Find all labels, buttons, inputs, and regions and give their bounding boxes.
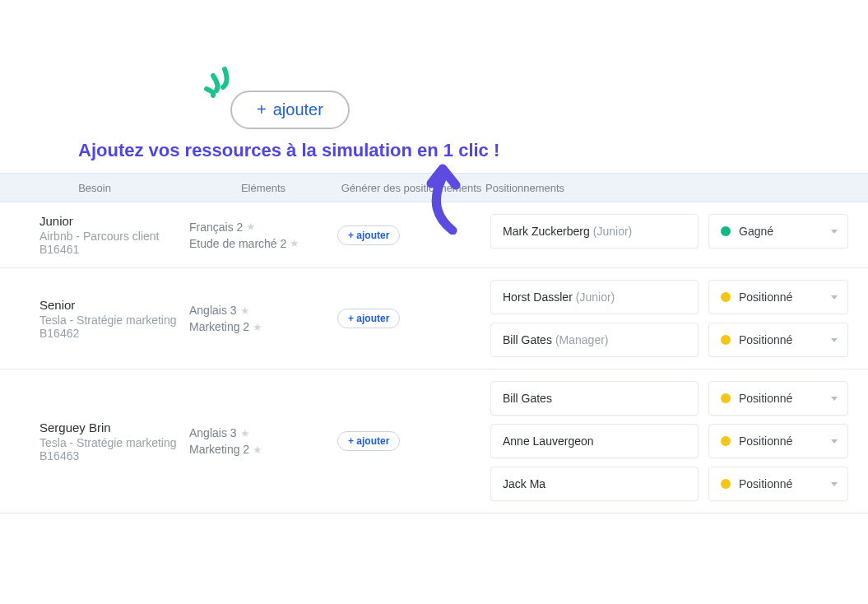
add-position-button[interactable]: + ajouter [337, 309, 400, 328]
person-name: Jack Ma [503, 477, 545, 490]
status-label: Gagné [739, 225, 836, 238]
person-card[interactable]: Horst Dassler (Junior) [490, 280, 699, 314]
status-select[interactable]: Positionné [708, 323, 848, 357]
element-label: Etude de marché 2 [189, 237, 286, 250]
chevron-down-icon [831, 295, 838, 300]
hero-section: + ajouter Ajoutez vos ressources à la si… [0, 0, 868, 173]
status-select[interactable]: Positionné [708, 280, 848, 314]
star-icon: ★ [246, 221, 256, 233]
plus-icon: + [257, 100, 267, 119]
add-position-button[interactable]: + ajouter [337, 225, 400, 245]
add-button-label: ajouter [273, 100, 323, 119]
status-dot-icon [721, 335, 731, 345]
col-header-generer: Générer des positionnements [337, 182, 485, 194]
chevron-down-icon [831, 439, 838, 444]
add-position-button[interactable]: + ajouter [337, 431, 400, 451]
person-name: Horst Dassler [503, 290, 573, 304]
person-card[interactable]: Jack Ma [490, 467, 699, 501]
table-row: Senior Tesla - Stratégie marketing B1646… [0, 268, 868, 369]
need-code: B16461 [39, 243, 189, 256]
col-header-besoin: Besoin [0, 182, 189, 194]
star-icon: ★ [240, 304, 250, 317]
person-name: Bill Gates [503, 333, 552, 346]
status-label: Positionné [739, 434, 836, 448]
need-sub: Tesla - Stratégie marketing [39, 436, 189, 449]
star-icon: ★ [253, 321, 262, 333]
star-icon: ★ [240, 427, 250, 439]
element-label: Marketing 2 [189, 443, 249, 456]
status-label: Positionné [739, 290, 836, 304]
element-label: Anglais 3 [189, 304, 237, 317]
status-dot-icon [721, 479, 731, 489]
star-icon: ★ [253, 444, 262, 456]
need-title: Serguey Brin [39, 420, 189, 434]
person-card[interactable]: Mark Zuckerberg (Junior) [490, 214, 699, 249]
add-button[interactable]: + ajouter [230, 91, 350, 129]
chevron-down-icon [831, 230, 838, 234]
element-label: Marketing 2 [189, 320, 249, 333]
need-sub: Airbnb - Parcours client [39, 230, 189, 243]
chevron-down-icon [831, 397, 838, 401]
star-icon: ★ [290, 237, 299, 249]
status-dot-icon [721, 393, 731, 403]
table-row: Junior Airbnb - Parcours client B16461 F… [0, 202, 868, 268]
need-sub: Tesla - Stratégie marketing [39, 314, 189, 327]
table-row: Serguey Brin Tesla - Stratégie marketing… [0, 369, 868, 513]
hero-headline: Ajoutez vos ressources à la simulation e… [78, 140, 499, 161]
status-select[interactable]: Gagné [708, 214, 848, 249]
person-role: (Junior) [593, 225, 632, 238]
status-select[interactable]: Positionné [708, 467, 848, 501]
status-dot-icon [721, 226, 731, 236]
table-header: Besoin Eléments Générer des positionneme… [0, 173, 868, 202]
need-code: B16462 [39, 327, 189, 340]
element-label: Français 2 [189, 221, 243, 234]
status-label: Positionné [739, 392, 836, 405]
status-select[interactable]: Positionné [708, 381, 848, 416]
person-name: Anne Lauvergeon [503, 434, 594, 448]
person-card[interactable]: Bill Gates [490, 381, 699, 416]
need-code: B16463 [39, 449, 189, 462]
chevron-down-icon [831, 482, 838, 486]
status-label: Positionné [739, 477, 836, 490]
status-select[interactable]: Positionné [708, 424, 848, 458]
chevron-down-icon [831, 338, 838, 342]
table: Besoin Eléments Générer des positionneme… [0, 173, 868, 513]
person-card[interactable]: Anne Lauvergeon [490, 424, 699, 458]
person-role: (Junior) [576, 290, 615, 304]
person-card[interactable]: Bill Gates (Manager) [490, 323, 699, 357]
col-header-elements: Eléments [189, 182, 337, 194]
element-label: Anglais 3 [189, 426, 237, 439]
person-name: Bill Gates [503, 392, 552, 405]
need-title: Junior [39, 214, 189, 228]
person-role: (Manager) [555, 333, 609, 346]
need-title: Senior [39, 298, 189, 312]
status-dot-icon [721, 292, 731, 302]
person-name: Mark Zuckerberg [503, 225, 590, 238]
col-header-positionnements: Positionnements [485, 182, 868, 194]
status-label: Positionné [739, 333, 836, 346]
status-dot-icon [721, 436, 731, 446]
